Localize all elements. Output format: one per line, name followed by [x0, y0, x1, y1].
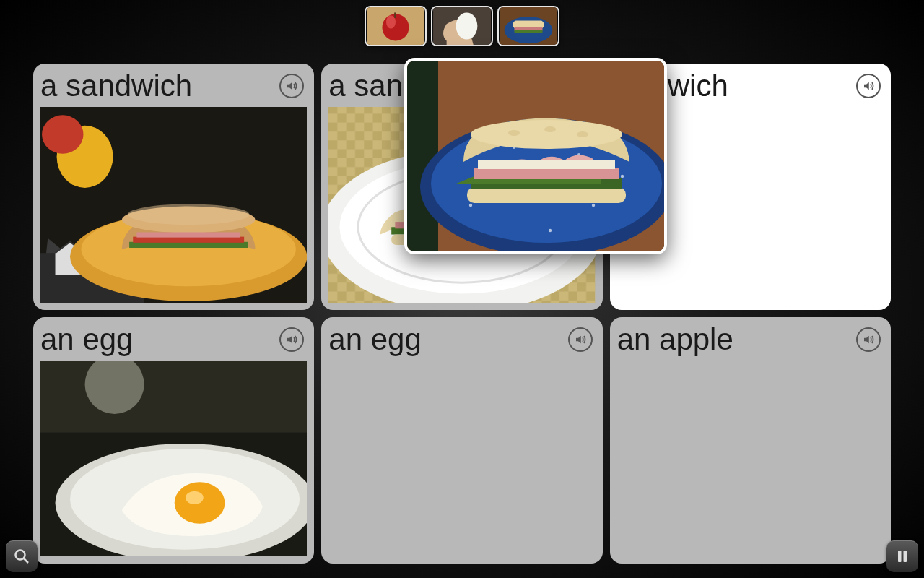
card-image-fried-egg [40, 361, 307, 556]
svg-point-21 [128, 204, 249, 225]
svg-point-5 [456, 12, 478, 39]
svg-rect-52 [467, 187, 626, 203]
thumb-apple[interactable] [365, 6, 427, 46]
speaker-icon[interactable] [568, 327, 593, 352]
svg-point-47 [621, 175, 624, 178]
svg-rect-63 [904, 551, 907, 562]
thumb-egg[interactable] [431, 6, 493, 46]
svg-rect-55 [478, 160, 615, 169]
svg-point-13 [42, 115, 83, 153]
speaker-icon[interactable] [279, 74, 304, 98]
card-egg-1[interactable]: an egg [33, 317, 314, 564]
svg-rect-18 [129, 242, 248, 248]
svg-line-61 [24, 558, 28, 563]
svg-rect-42 [407, 61, 438, 251]
lesson-thumbnails [365, 6, 559, 46]
svg-point-60 [16, 551, 25, 560]
svg-point-56 [471, 120, 622, 149]
card-image-sandwich-yellow-plate [40, 107, 307, 303]
svg-rect-10 [515, 30, 543, 33]
card-label: a sandwich [40, 69, 192, 103]
svg-rect-20 [136, 232, 240, 237]
thumb-sandwich[interactable] [497, 6, 559, 46]
pause-button[interactable] [886, 540, 918, 572]
dragged-image-sandwich-blue-plate[interactable] [404, 58, 667, 254]
card-label: an egg [40, 322, 133, 357]
svg-point-57 [508, 130, 520, 136]
svg-point-38 [186, 491, 204, 504]
svg-point-46 [592, 204, 595, 207]
card-label: an apple [617, 322, 733, 357]
card-label: an egg [328, 322, 421, 357]
svg-point-59 [577, 131, 588, 137]
speaker-icon[interactable] [279, 327, 304, 352]
search-button[interactable] [6, 540, 38, 572]
card-apple-dropzone[interactable]: an apple [610, 317, 891, 564]
card-sandwich-1[interactable]: a sandwich [33, 64, 314, 310]
speaker-icon[interactable] [856, 327, 881, 352]
svg-rect-54 [474, 168, 619, 179]
svg-rect-33 [40, 361, 307, 433]
card-egg-2-dropzone[interactable]: an egg [321, 317, 602, 564]
svg-rect-3 [394, 12, 396, 17]
svg-rect-19 [133, 237, 244, 243]
svg-point-58 [544, 126, 556, 132]
svg-point-49 [549, 229, 552, 232]
speaker-icon[interactable] [856, 74, 881, 98]
svg-rect-62 [898, 551, 902, 562]
svg-point-2 [386, 15, 396, 29]
svg-point-48 [469, 204, 472, 207]
